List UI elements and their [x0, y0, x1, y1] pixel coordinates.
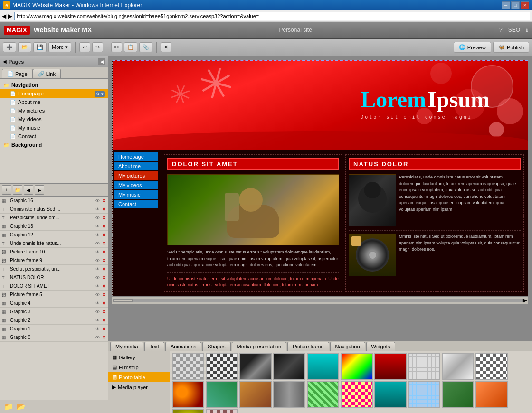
folder-icon-2[interactable]: 📂 — [16, 402, 26, 411]
layer-text4[interactable]: T Sed ut perspiciatis, un... 👁 ✕ — [0, 265, 108, 273]
media-thumb-16[interactable] — [341, 381, 373, 408]
tree-homepage[interactable]: 📄 Homepage ⚙ ▾ — [0, 89, 108, 98]
media-thumb-17[interactable] — [374, 381, 407, 408]
media-thumb-1[interactable] — [172, 353, 204, 380]
open-btn[interactable]: 📂 — [18, 42, 31, 52]
delete-layer-btn[interactable]: ✕ — [102, 301, 106, 306]
tab-link[interactable]: 🔗 Link — [33, 69, 61, 78]
forward-icon[interactable]: ▶ — [8, 13, 12, 19]
delete-layer-btn[interactable]: ✕ — [102, 327, 106, 331]
window-controls[interactable]: ─ □ ✕ — [502, 1, 529, 9]
scroll-right-btn[interactable]: ▶ — [523, 298, 527, 303]
layer-graphic2[interactable]: ▦ Graphic 2 👁 ✕ — [0, 316, 108, 325]
delete-layer-btn[interactable]: ✕ — [102, 335, 106, 340]
layer-graphic16[interactable]: ▦ Graphic 16 👁 ✕ — [0, 197, 108, 205]
tree-background[interactable]: 📁 Background — [0, 141, 108, 149]
tab-animations[interactable]: Animations — [165, 342, 201, 351]
undo-btn[interactable]: ↩ — [79, 42, 90, 52]
sidebar-photo-table[interactable]: ▩ Photo table — [108, 372, 170, 382]
media-thumb-21[interactable] — [172, 409, 204, 413]
eye-icon[interactable]: 👁 — [95, 310, 100, 314]
layer-graphic1[interactable]: ▦ Graphic 1 👁 ✕ — [0, 325, 108, 333]
tab-media-presentation[interactable]: Media presentation — [232, 342, 287, 351]
folder-icon-1[interactable]: 📁 — [4, 402, 13, 411]
layer-graphic0[interactable]: ▦ Graphic 0 👁 ✕ — [0, 333, 108, 342]
more-btn[interactable]: More ▾ — [48, 42, 71, 52]
help-btn[interactable]: ? — [499, 27, 503, 33]
eye-icon[interactable]: 👁 — [95, 207, 100, 212]
media-thumb-8[interactable] — [408, 353, 440, 380]
layer-graphic13[interactable]: ▦ Graphic 13 👁 ✕ — [0, 222, 108, 231]
tab-text[interactable]: Text — [144, 342, 164, 351]
delete-layer-btn[interactable]: ✕ — [102, 198, 106, 203]
paste-btn[interactable]: 📎 — [139, 42, 152, 52]
layer-picframe10[interactable]: 🖼 Picture frame 10 👁 ✕ — [0, 248, 108, 256]
sidebar-filmstrip[interactable]: ▤ Filmstrip — [108, 362, 170, 372]
eye-icon[interactable]: 👁 — [95, 258, 100, 263]
preview-btn[interactable]: 🌐 Preview — [454, 42, 491, 53]
layer-up-btn[interactable]: ◀ — [24, 185, 33, 195]
tab-picture-frame[interactable]: Picture frame — [287, 342, 329, 351]
delete-layer-btn[interactable]: ✕ — [102, 241, 106, 246]
tab-shapes[interactable]: Shapes — [202, 342, 230, 351]
media-thumb-14[interactable] — [273, 381, 305, 408]
tab-widgets[interactable]: Widgets — [366, 342, 396, 351]
layer-picframe9[interactable]: 🖼 Picture frame 9 👁 ✕ — [0, 256, 108, 265]
tree-music[interactable]: 📄 My music — [0, 123, 108, 132]
copy-btn[interactable]: 📋 — [124, 42, 137, 52]
eye-icon[interactable]: 👁 — [95, 292, 100, 297]
address-input[interactable] — [14, 12, 530, 20]
seo-btn[interactable]: SEO — [508, 27, 520, 33]
media-thumb-6[interactable] — [341, 353, 373, 380]
layer-folder-btn[interactable]: 📁 — [13, 185, 22, 195]
layer-text3[interactable]: T Unde omnis iste natus... 👁 ✕ — [0, 239, 108, 248]
tree-contact[interactable]: 📄 Contact — [0, 132, 108, 141]
delete-btn[interactable]: ✕ — [161, 42, 171, 52]
media-thumb-7[interactable] — [374, 353, 407, 380]
tree-videos[interactable]: 📄 My videos — [0, 115, 108, 123]
layer-text1[interactable]: T Omnis iste natus Sed ... 👁 ✕ — [0, 205, 108, 214]
tab-my-media[interactable]: My media — [110, 342, 143, 351]
delete-layer-btn[interactable]: ✕ — [102, 250, 106, 254]
media-thumb-5[interactable] — [307, 353, 339, 380]
delete-layer-btn[interactable]: ✕ — [102, 224, 106, 229]
media-thumb-3[interactable] — [239, 353, 272, 380]
media-thumb-10[interactable] — [475, 353, 508, 380]
delete-layer-btn[interactable]: ✕ — [102, 284, 106, 289]
media-thumb-9[interactable] — [442, 353, 474, 380]
close-btn[interactable]: ✕ — [521, 1, 529, 9]
tree-navigation[interactable]: 📁 Navigation — [0, 81, 108, 89]
eye-icon[interactable]: 👁 — [95, 301, 100, 306]
save-btn[interactable]: 💾 — [33, 42, 47, 52]
tab-navigation[interactable]: Navigation — [330, 342, 365, 351]
pages-toggle[interactable]: ◀ — [3, 59, 7, 64]
cut-btn[interactable]: ✂ — [111, 42, 122, 52]
scrollbar-track[interactable] — [113, 299, 522, 302]
eye-icon[interactable]: 👁 — [95, 318, 100, 323]
new-btn[interactable]: ➕ — [3, 42, 16, 52]
delete-layer-btn[interactable]: ✕ — [102, 310, 106, 314]
media-thumb-11[interactable] — [172, 381, 204, 408]
media-thumb-4[interactable] — [273, 353, 305, 380]
eye-icon[interactable]: 👁 — [95, 335, 100, 340]
delete-layer-btn[interactable]: ✕ — [102, 216, 106, 220]
tree-settings-btn[interactable]: ⚙ ▾ — [95, 91, 105, 96]
tab-page[interactable]: 📄 Page — [2, 69, 33, 78]
nav-contact[interactable]: Contact — [114, 200, 158, 208]
back-icon[interactable]: ◀ — [2, 13, 6, 19]
delete-layer-btn[interactable]: ✕ — [102, 258, 106, 263]
redo-btn[interactable]: ↪ — [92, 42, 103, 52]
canvas-scrollbar[interactable]: ▶ — [112, 297, 528, 304]
gear-icon[interactable]: ⚙ ▾ — [95, 91, 105, 97]
eye-icon[interactable]: 👁 — [95, 224, 100, 229]
media-thumb-12[interactable] — [206, 381, 238, 408]
delete-layer-btn[interactable]: ✕ — [102, 207, 106, 212]
sidebar-media-player[interactable]: ▶ Media player — [108, 382, 170, 392]
layer-down-btn[interactable]: ▶ — [35, 185, 44, 195]
layer-picframe5[interactable]: 🖼 Picture frame 5 👁 ✕ — [0, 291, 108, 299]
nav-videos[interactable]: My videos — [114, 181, 158, 189]
layer-add-btn[interactable]: + — [2, 185, 11, 195]
media-thumb-15[interactable] — [307, 381, 339, 408]
publish-btn[interactable]: 🦋 Publish — [493, 42, 529, 53]
sidebar-gallery[interactable]: ▦ Gallery — [108, 352, 170, 362]
